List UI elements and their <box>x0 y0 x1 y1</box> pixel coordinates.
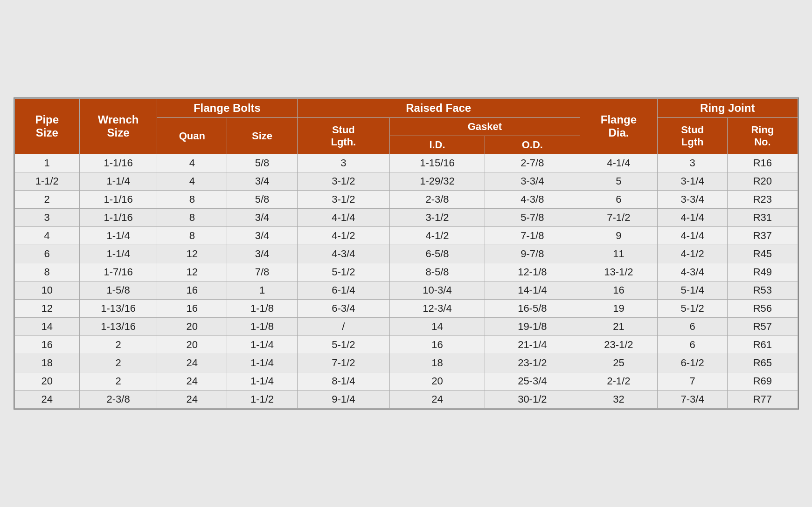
table-body: 11-1/1645/831-15/162-7/84-1/43R161-1/21-… <box>14 154 798 409</box>
table-cell: 4-1/2 <box>390 227 485 245</box>
table-cell: R77 <box>728 391 798 409</box>
table-cell: R23 <box>728 191 798 209</box>
table-cell: 2 <box>79 354 157 372</box>
table-cell: 7-3/4 <box>658 391 728 409</box>
table-row: 202241-1/48-1/42025-3/42-1/27R69 <box>14 372 798 391</box>
table-cell: 8-1/4 <box>297 372 389 391</box>
table-cell: 2-3/8 <box>390 191 485 209</box>
table-cell: 1-1/16 <box>79 154 157 172</box>
table-cell: 14 <box>14 318 79 336</box>
table-row: 121-13/16161-1/86-3/412-3/416-5/8195-1/2… <box>14 300 798 318</box>
table-cell: 6-1/4 <box>297 281 389 300</box>
table-cell: R20 <box>728 172 798 191</box>
table-cell: 5/8 <box>227 191 297 209</box>
table-cell: R57 <box>728 318 798 336</box>
table-cell: 1-1/4 <box>79 245 157 263</box>
table-cell: 16 <box>390 336 485 354</box>
table-cell: 3 <box>658 154 728 172</box>
table-cell: 25 <box>580 354 657 372</box>
table-cell: 4-3/8 <box>485 191 580 209</box>
header-raised-face: Raised Face <box>297 99 580 118</box>
table-cell: 7-1/8 <box>485 227 580 245</box>
table-cell: R16 <box>728 154 798 172</box>
table-cell: 3-1/2 <box>297 172 389 191</box>
table-cell: 4-1/4 <box>658 209 728 227</box>
table-cell: 1-1/8 <box>227 318 297 336</box>
table-cell: 6-1/2 <box>658 354 728 372</box>
table-cell: 3-3/4 <box>658 191 728 209</box>
table-cell: 12 <box>14 300 79 318</box>
table-cell: 12 <box>157 263 227 281</box>
header-row-1: Pipe Size Wrench Size Flange Bolts Raise… <box>14 99 798 118</box>
header-size: Size <box>227 118 297 154</box>
table-cell: 6 <box>658 318 728 336</box>
table-row: 61-1/4123/44-3/46-5/89-7/8114-1/2R45 <box>14 245 798 263</box>
table-row: 1-1/21-1/443/43-1/21-29/323-3/453-1/4R20 <box>14 172 798 191</box>
table-cell: 1-5/8 <box>79 281 157 300</box>
header-flange-dia: Flange Dia. <box>580 99 657 154</box>
table-cell: 4-3/4 <box>658 263 728 281</box>
table-cell: 21-1/4 <box>485 336 580 354</box>
header-ring-no: Ring No. <box>728 118 798 154</box>
table-cell: 5/8 <box>227 154 297 172</box>
table-cell: 1-1/4 <box>227 354 297 372</box>
table-cell: 4 <box>14 227 79 245</box>
table-cell: 32 <box>580 391 657 409</box>
table-cell: 6-3/4 <box>297 300 389 318</box>
table-cell: 4 <box>157 154 227 172</box>
table-cell: R31 <box>728 209 798 227</box>
table-cell: 23-1/2 <box>485 354 580 372</box>
table-cell: 9 <box>580 227 657 245</box>
table-cell: 6 <box>14 245 79 263</box>
table-cell: 20 <box>390 372 485 391</box>
table-cell: 1-1/4 <box>79 227 157 245</box>
table-row: 11-1/1645/831-15/162-7/84-1/43R16 <box>14 154 798 172</box>
table-cell: 12-1/8 <box>485 263 580 281</box>
table-cell: 1-13/16 <box>79 300 157 318</box>
table-cell: 3-1/4 <box>658 172 728 191</box>
header-stud-lgth: Stud Lgth. <box>297 118 389 154</box>
header-rj-stud: Stud Lgth <box>658 118 728 154</box>
table-cell: 1-13/16 <box>79 318 157 336</box>
table-cell: 20 <box>157 318 227 336</box>
table-cell: 4-1/4 <box>658 227 728 245</box>
table-cell: R69 <box>728 372 798 391</box>
table-cell: 8 <box>157 227 227 245</box>
table-cell: 13-1/2 <box>580 263 657 281</box>
table-cell: 1-29/32 <box>390 172 485 191</box>
table-cell: 12 <box>157 245 227 263</box>
table-cell: R61 <box>728 336 798 354</box>
table-cell: 11 <box>580 245 657 263</box>
table-cell: 2-3/8 <box>79 391 157 409</box>
table-cell: 1-1/16 <box>79 209 157 227</box>
table-cell: 10 <box>14 281 79 300</box>
header-gasket: Gasket <box>390 118 580 136</box>
table-cell: 16 <box>580 281 657 300</box>
table-cell: R45 <box>728 245 798 263</box>
header-wrench-size: Wrench Size <box>79 99 157 154</box>
table-cell: 4-1/4 <box>297 209 389 227</box>
table-row: 21-1/1685/83-1/22-3/84-3/863-3/4R23 <box>14 191 798 209</box>
table-cell: 19-1/8 <box>485 318 580 336</box>
table-row: 182241-1/47-1/21823-1/2256-1/2R65 <box>14 354 798 372</box>
table-cell: 8 <box>157 191 227 209</box>
table-cell: 4-1/2 <box>658 245 728 263</box>
table-cell: 3 <box>297 154 389 172</box>
table-cell: 20 <box>14 372 79 391</box>
table-cell: 1-7/16 <box>79 263 157 281</box>
table-cell: 1-1/2 <box>227 391 297 409</box>
table-cell: 1-1/8 <box>227 300 297 318</box>
table-cell: 12-3/4 <box>390 300 485 318</box>
table-cell: 8 <box>157 209 227 227</box>
main-table-wrapper: Pipe Size Wrench Size Flange Bolts Raise… <box>14 97 799 410</box>
table-cell: 2 <box>79 372 157 391</box>
table-cell: 2 <box>79 336 157 354</box>
header-od: O.D. <box>485 136 580 154</box>
table-cell: 24 <box>14 391 79 409</box>
table-cell: 20 <box>157 336 227 354</box>
table-cell: 5-1/2 <box>658 300 728 318</box>
header-flange-bolts: Flange Bolts <box>157 99 297 118</box>
table-cell: 1-1/4 <box>227 372 297 391</box>
table-cell: 6 <box>658 336 728 354</box>
table-cell: 30-1/2 <box>485 391 580 409</box>
